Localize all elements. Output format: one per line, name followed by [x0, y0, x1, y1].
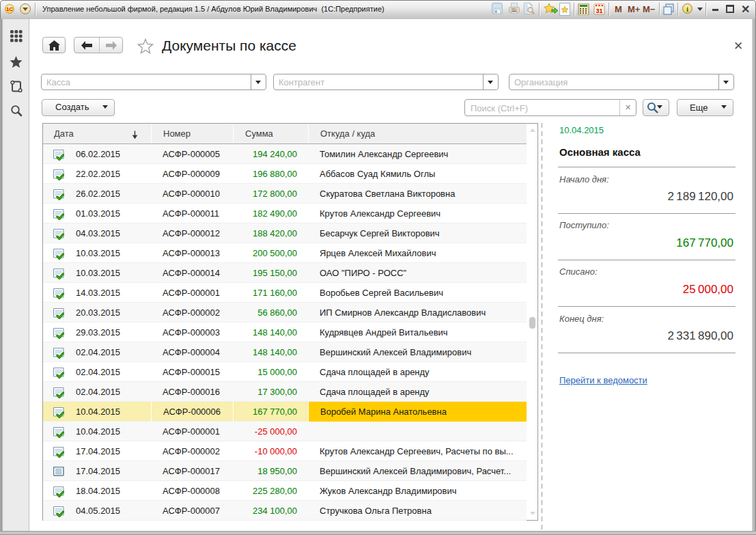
svg-text:31: 31 — [596, 8, 602, 14]
